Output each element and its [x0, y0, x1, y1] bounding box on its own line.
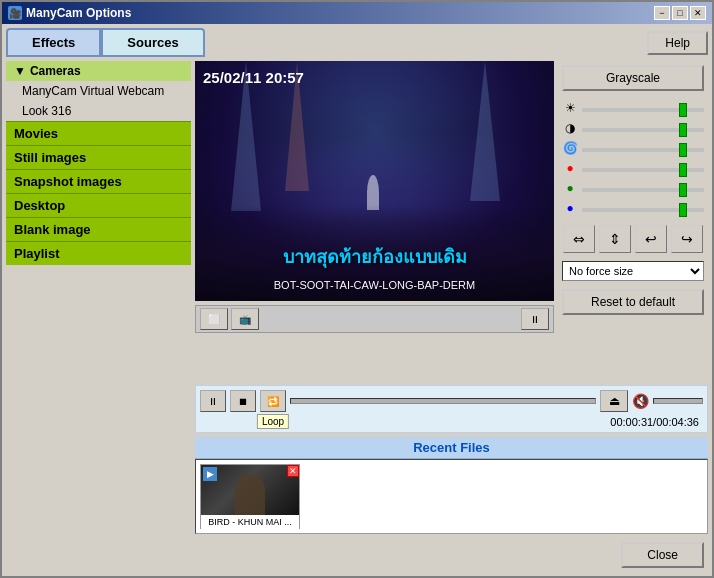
red-slider[interactable] — [582, 168, 704, 172]
collapse-icon: ▼ — [14, 64, 26, 78]
sidebar-item-webcam[interactable]: ManyCam Virtual Webcam — [6, 81, 191, 101]
loop-button[interactable]: 🔁 Loop — [260, 390, 286, 412]
red-icon: ● — [562, 161, 578, 175]
video-pause-btn[interactable]: ⏸ — [521, 308, 549, 330]
video-subtitle-roman: BOT-SOOT-TAI-CAW-LONG-BAP-DERM — [195, 279, 554, 291]
color1-slider-row: 🌀 — [562, 141, 704, 155]
flip-v-button[interactable]: ⇕ — [599, 225, 631, 253]
playback-controls: ⏸ ⏹ 🔁 Loop ⏏ 🔇 — [200, 390, 703, 412]
title-bar-left: 🎥 ManyCam Options — [8, 6, 131, 20]
sidebar-item-desktop[interactable]: Desktop — [6, 193, 191, 217]
contrast-icon: ◑ — [562, 121, 578, 135]
video-area: 25/02/11 20:57 บาทสุดท้ายก้องแบบเดิม BOT… — [195, 61, 554, 381]
file-type-icon: ▶ — [203, 467, 217, 481]
green-icon: ● — [562, 181, 578, 195]
tab-effects-label: Effects — [32, 35, 75, 50]
tab-effects[interactable]: Effects — [6, 28, 101, 57]
close-window-button[interactable]: ✕ — [690, 6, 706, 20]
file-close-button[interactable]: ✕ — [287, 465, 299, 477]
recent-files-section: Recent Files ▶ ✕ BIRD - KHUN MAI ... — [195, 437, 708, 534]
flip-h-button[interactable]: ⇔ — [563, 225, 595, 253]
tab-bar: Effects Sources — [6, 28, 205, 57]
minimize-button[interactable]: − — [654, 6, 670, 20]
green-slider-row: ● — [562, 181, 704, 195]
file-thumb-0[interactable]: ▶ ✕ BIRD - KHUN MAI ... — [200, 464, 300, 529]
tab-sources-label: Sources — [127, 35, 178, 50]
video-subtitle: บาทสุดท้ายก้องแบบเดิม — [195, 242, 554, 271]
sidebar-item-look316[interactable]: Look 316 — [6, 101, 191, 121]
color1-icon: 🌀 — [562, 141, 578, 155]
red-slider-row: ● — [562, 161, 704, 175]
file-label-0: BIRD - KHUN MAI ... — [201, 515, 299, 529]
content-area: Effects Sources Help ▼ Cameras ManyCam V… — [2, 24, 712, 576]
stop-button[interactable]: ⏹ — [230, 390, 256, 412]
reset-button[interactable]: Reset to default — [562, 289, 704, 315]
action-buttons: ⇔ ⇕ ↩ ↪ — [562, 225, 704, 253]
playback-section: ⏸ ⏹ 🔁 Loop ⏏ 🔇 00:00:31/00:04:36 — [195, 385, 708, 433]
close-button[interactable]: Close — [621, 542, 704, 568]
main-window: 🎥 ManyCam Options − □ ✕ Effects Sources … — [0, 0, 714, 578]
video-screen: 25/02/11 20:57 บาทสุดท้ายก้องแบบเดิม BOT… — [195, 61, 554, 301]
video-square-btn[interactable]: ⬜ — [200, 308, 228, 330]
file-figure — [235, 475, 264, 515]
color1-slider[interactable] — [582, 148, 704, 152]
sidebar: ▼ Cameras ManyCam Virtual Webcam Look 31… — [6, 61, 191, 534]
contrast-slider-row: ◑ — [562, 121, 704, 135]
controls-panel: Grayscale ☀ ◑ — [558, 61, 708, 381]
sidebar-item-snapshot-images[interactable]: Snapshot images — [6, 169, 191, 193]
video-timestamp: 25/02/11 20:57 — [203, 69, 304, 86]
video-bottom-controls: ⬜ 📺 ⏸ — [195, 305, 554, 333]
sidebar-item-still-images[interactable]: Still images — [6, 145, 191, 169]
tab-sources[interactable]: Sources — [101, 28, 204, 57]
recent-files-header: Recent Files — [195, 437, 708, 459]
rotate-left-button[interactable]: ↩ — [635, 225, 667, 253]
top-bar: Effects Sources Help — [6, 28, 708, 57]
brightness-slider[interactable] — [582, 108, 704, 112]
cameras-header: ▼ Cameras — [6, 61, 191, 81]
size-select[interactable]: No force size 320x240 640x480 1280x720 — [562, 261, 704, 281]
sidebar-item-blank-image[interactable]: Blank image — [6, 217, 191, 241]
contrast-slider[interactable] — [582, 128, 704, 132]
app-icon: 🎥 — [8, 6, 22, 20]
brightness-icon: ☀ — [562, 101, 578, 115]
main-area: ▼ Cameras ManyCam Virtual Webcam Look 31… — [6, 61, 708, 534]
loop-tooltip: Loop — [257, 414, 289, 429]
window-controls: − □ ✕ — [654, 6, 706, 20]
maximize-button[interactable]: □ — [672, 6, 688, 20]
eject-button[interactable]: ⏏ — [600, 390, 628, 412]
video-screen-btn[interactable]: 📺 — [231, 308, 259, 330]
grayscale-button[interactable]: Grayscale — [562, 65, 704, 91]
blue-slider-row: ● — [562, 201, 704, 215]
sidebar-item-playlist[interactable]: Playlist — [6, 241, 191, 265]
recent-files-area: ▶ ✕ BIRD - KHUN MAI ... — [195, 459, 708, 534]
bottom-bar: Close — [6, 538, 708, 572]
window-title: ManyCam Options — [26, 6, 131, 20]
rotate-right-button[interactable]: ↪ — [671, 225, 703, 253]
volume-slider[interactable] — [653, 398, 703, 404]
play-pause-button[interactable]: ⏸ — [200, 390, 226, 412]
blue-icon: ● — [562, 201, 578, 215]
progress-slider-track[interactable] — [290, 398, 596, 404]
video-container: 25/02/11 20:57 บาทสุดท้ายก้องแบบเดิม BOT… — [195, 61, 554, 301]
help-button[interactable]: Help — [647, 31, 708, 55]
title-bar: 🎥 ManyCam Options − □ ✕ — [2, 2, 712, 24]
sidebar-item-movies[interactable]: Movies — [6, 121, 191, 145]
volume-icon: 🔇 — [632, 393, 649, 409]
green-slider[interactable] — [582, 188, 704, 192]
blue-slider[interactable] — [582, 208, 704, 212]
cameras-label: Cameras — [30, 64, 81, 78]
brightness-slider-row: ☀ — [562, 101, 704, 115]
